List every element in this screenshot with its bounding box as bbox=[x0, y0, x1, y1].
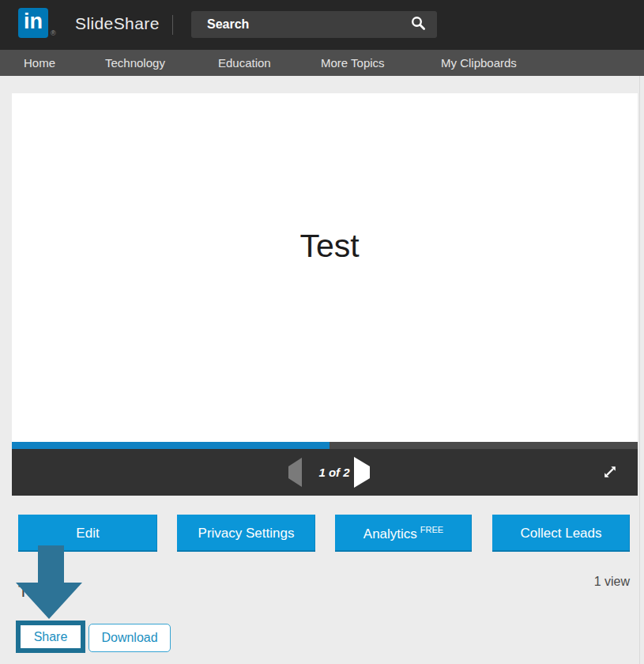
download-button[interactable]: Download bbox=[89, 624, 171, 652]
analytics-button[interactable]: AnalyticsFREE bbox=[335, 515, 472, 552]
slide-progress-bar[interactable] bbox=[12, 442, 638, 449]
analytics-free-badge: FREE bbox=[420, 525, 443, 534]
linkedin-logo[interactable]: in bbox=[18, 8, 48, 38]
slide-canvas[interactable]: Test bbox=[12, 93, 638, 442]
next-slide-button[interactable] bbox=[353, 462, 371, 481]
collect-leads-label: Collect Leads bbox=[520, 526, 601, 541]
progress-fill bbox=[12, 442, 330, 449]
slide-title-text: Test bbox=[21, 228, 638, 265]
search-icon bbox=[410, 22, 427, 34]
header-divider bbox=[172, 15, 173, 35]
search-input[interactable] bbox=[191, 11, 401, 38]
annotation-down-arrow-head bbox=[16, 583, 82, 619]
view-count: 1 view bbox=[594, 575, 630, 589]
nav-item-education[interactable]: Education bbox=[218, 50, 271, 76]
privacy-settings-label: Privacy Settings bbox=[198, 526, 295, 541]
fullscreen-button[interactable] bbox=[601, 464, 619, 481]
nav-item-more-topics[interactable]: More Topics bbox=[321, 50, 385, 76]
previous-slide-button[interactable] bbox=[287, 463, 303, 481]
annotation-down-arrow-stem bbox=[38, 545, 64, 583]
share-button[interactable]: Share bbox=[21, 625, 81, 648]
edit-button-label: Edit bbox=[76, 526, 99, 541]
privacy-settings-button[interactable]: Privacy Settings bbox=[177, 515, 315, 552]
page-edge-divider bbox=[639, 76, 640, 664]
nav-item-my-clipboards[interactable]: My Clipboards bbox=[441, 50, 517, 76]
page-indicator: 1 of 2 bbox=[313, 449, 356, 496]
registered-trademark: ® bbox=[51, 29, 56, 37]
share-highlight-frame: Share bbox=[16, 621, 85, 653]
collect-leads-button[interactable]: Collect Leads bbox=[492, 515, 630, 552]
main-nav: Home Technology Education More Topics My… bbox=[0, 50, 644, 76]
linkedin-logo-text: in bbox=[24, 9, 43, 33]
next-icon bbox=[354, 457, 370, 488]
search-button[interactable] bbox=[401, 11, 435, 38]
player-controls: 1 of 2 bbox=[12, 449, 638, 496]
top-header: in ® SlideShare bbox=[0, 0, 644, 50]
nav-item-technology[interactable]: Technology bbox=[105, 50, 165, 76]
previous-icon bbox=[288, 458, 302, 487]
search-box bbox=[191, 11, 437, 38]
fullscreen-expand-icon bbox=[602, 470, 618, 482]
slideshare-brand[interactable]: SlideShare bbox=[75, 14, 160, 33]
page: in ® SlideShare Home Technology Educatio… bbox=[0, 0, 644, 664]
nav-item-home[interactable]: Home bbox=[24, 50, 55, 76]
analytics-label: Analytics bbox=[363, 526, 417, 541]
